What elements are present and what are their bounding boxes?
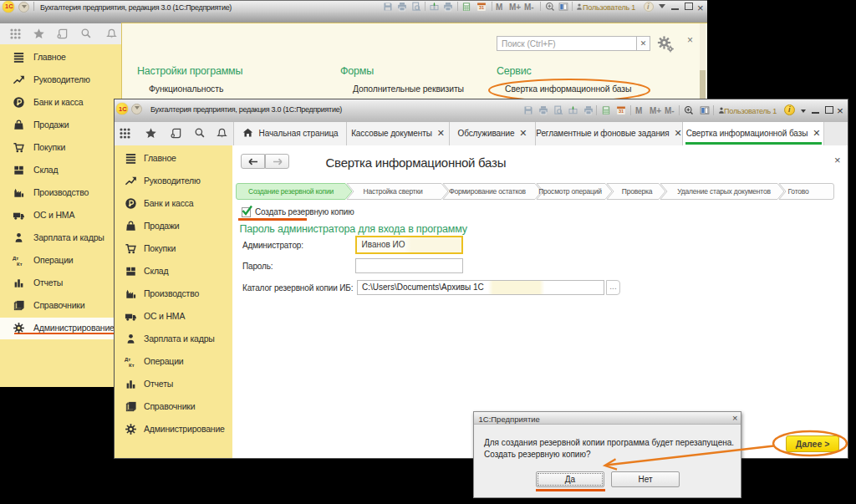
svg-text:Удаление старых документов: Удаление старых документов	[677, 187, 771, 196]
svg-text:Создание резервной копии: Создание резервной копии	[248, 187, 334, 196]
svg-text:Настройка свертки: Настройка свертки	[363, 187, 423, 196]
svg-text:Проверка: Проверка	[622, 187, 653, 196]
svg-text:Формирование остатков: Формирование остатков	[449, 187, 526, 196]
svg-text:Готово: Готово	[787, 187, 809, 196]
svg-text:Просмотр операций: Просмотр операций	[538, 187, 602, 196]
